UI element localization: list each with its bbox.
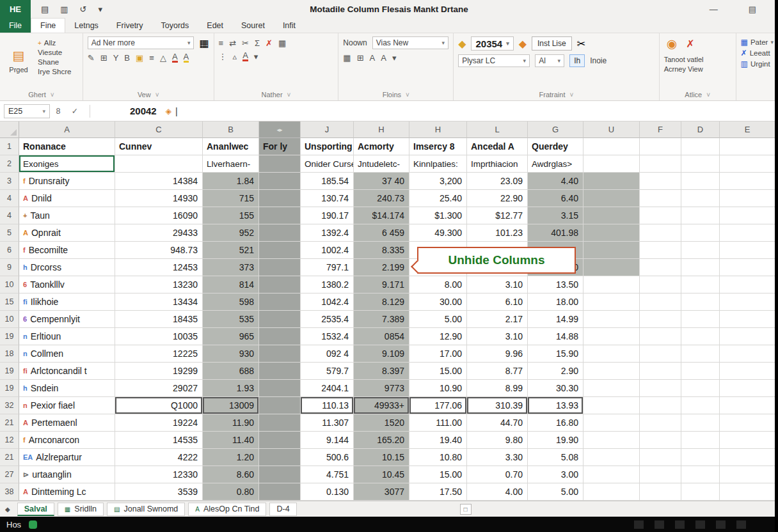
column-header-F[interactable]: F [640,121,681,138]
cell[interactable]: 930 [203,345,259,363]
cell[interactable]: 8.397 [354,363,409,380]
cell[interactable]: 30.30 [528,380,584,397]
triangle-icon[interactable]: ▵ [233,52,237,61]
row-number[interactable]: 6 [0,242,19,259]
increase-font-icon[interactable]: A [370,53,376,63]
cell[interactable]: 5.08 [528,449,584,466]
cell[interactable] [584,466,640,483]
undo-icon[interactable]: ↺ [80,4,87,14]
cell[interactable] [681,414,720,432]
dialog-launcher-icon[interactable]: ˅ [570,91,574,98]
caret-down-icon[interactable]: ▾ [254,52,258,61]
cell[interactable]: 500.6 [301,449,354,466]
cell[interactable] [584,242,640,259]
cell[interactable]: 165.20 [354,432,409,449]
cell[interactable]: 19.90 [528,432,584,449]
dialog-launcher-icon[interactable]: ˅ [155,91,159,98]
taskbar-icon[interactable] [675,520,685,529]
column-header-J[interactable]: J [301,121,354,138]
cell[interactable] [681,242,720,259]
cell[interactable] [720,224,775,242]
cell[interactable]: 37 40 [354,173,409,190]
ribbon-item-irye-shcre[interactable]: Irye Shcre [38,68,71,75]
cell[interactable] [640,242,681,259]
cell[interactable]: 29433 [115,224,203,242]
cell[interactable] [640,155,681,173]
cell[interactable] [259,397,301,414]
cell[interactable] [681,311,720,328]
cell-a[interactable]: ADintteming Lc [19,483,115,501]
cell[interactable] [720,414,775,432]
table-icon[interactable]: ▦ [278,38,286,48]
ribbon-item-leeatt[interactable]: ✗Leeatt [741,49,774,58]
cell[interactable] [259,155,301,173]
cell[interactable] [584,414,640,432]
cell-a[interactable]: nCollmen [19,345,115,363]
cell[interactable] [640,276,681,293]
cell[interactable]: 185.54 [301,173,354,190]
cell[interactable]: Imsercy 8 [409,138,467,155]
grid-icon[interactable]: ▦ [199,37,209,49]
cell[interactable]: 1520 [354,414,409,432]
cell[interactable] [681,207,720,224]
cell[interactable] [720,328,775,345]
dialog-launcher-icon[interactable]: ˅ [51,91,54,98]
cell[interactable]: 814 [203,276,259,293]
cell[interactable] [259,242,301,259]
cell[interactable]: 310.39 [467,397,528,414]
cell[interactable]: 1532.4 [301,328,354,345]
cell[interactable] [681,483,720,501]
cell[interactable]: 13434 [115,293,203,311]
filter-icon[interactable]: Y [113,53,119,63]
cell[interactable]: 19.40 [409,432,467,449]
cell[interactable] [720,207,775,224]
cell[interactable]: 1380.2 [301,276,354,293]
cell[interactable]: 155 [203,207,259,224]
cell[interactable] [720,432,775,449]
cell[interactable]: 49.300 [409,224,467,242]
cell[interactable]: 23.09 [467,173,528,190]
cell[interactable] [584,397,640,414]
cell[interactable]: 3077 [354,483,409,501]
cell[interactable]: 44.70 [467,414,528,432]
cell[interactable]: 19224 [115,414,203,432]
cell[interactable] [584,449,640,466]
row-number[interactable]: 21 [0,414,19,432]
new-sheet-button[interactable]: □ [460,504,472,515]
cell[interactable]: 11.40 [203,432,259,449]
cell[interactable] [640,207,681,224]
cell[interactable] [259,432,301,449]
fill-color-icon[interactable]: ▣ [136,53,143,63]
row-number[interactable]: 27 [0,466,19,483]
cell[interactable]: 9.171 [354,276,409,293]
cell[interactable]: 1002.4 [301,242,354,259]
cell[interactable]: 11.90 [203,414,259,432]
cell[interactable] [681,432,720,449]
formula-input[interactable]: 20042 [130,106,157,116]
menu-tab-letngs[interactable]: Letngs [65,18,107,33]
cell[interactable]: 8.60 [203,466,259,483]
cell[interactable]: 13009 [203,397,259,414]
cell[interactable] [259,483,301,501]
row-number[interactable]: 9 [0,259,19,276]
sheet-tab-jonall-swnomd[interactable]: ▤Jonall Swnomd [107,503,185,516]
cell[interactable]: 8.335 [354,242,409,259]
cell[interactable]: 12.90 [409,328,467,345]
cell[interactable] [720,380,775,397]
cut-icon[interactable]: ✂ [242,38,249,48]
taskbar-label[interactable]: Hos [6,520,21,529]
cell[interactable]: Querdey [528,138,584,155]
bold-icon[interactable]: B [124,53,130,63]
cell[interactable] [681,466,720,483]
cell[interactable]: 12453 [115,259,203,276]
column-header-U[interactable]: U [584,121,640,138]
cell[interactable]: 9.144 [301,432,354,449]
cell[interactable]: Jntudeletc- [354,155,409,173]
cell[interactable]: 16.80 [528,414,584,432]
cell[interactable] [259,276,301,293]
column-header-D[interactable]: D [681,121,720,138]
cell[interactable] [681,345,720,363]
cell[interactable]: 16090 [115,207,203,224]
tab-nav-icon[interactable]: ◆ [5,506,10,513]
cell[interactable]: 8.77 [467,363,528,380]
